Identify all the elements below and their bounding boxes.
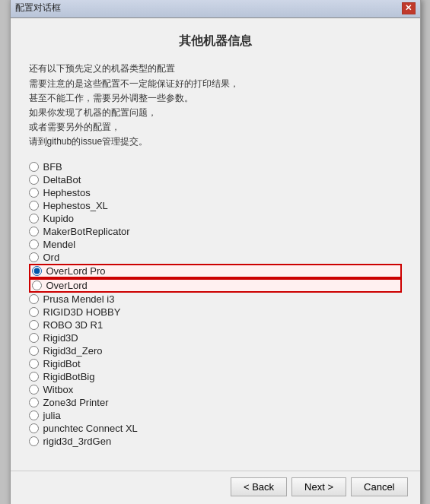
- back-button[interactable]: < Back: [231, 477, 287, 496]
- list-item[interactable]: Hephestos_XL: [29, 199, 402, 212]
- list-item[interactable]: OverLord: [29, 278, 402, 293]
- label-Hephestos[interactable]: Hephestos: [43, 187, 91, 198]
- label-DeltaBot[interactable]: DeltaBot: [43, 174, 81, 185]
- label-BFB[interactable]: BFB: [43, 161, 62, 173]
- label-RigidBot[interactable]: RigidBot: [43, 358, 81, 369]
- machine-list: BFBDeltaBotHephestosHephestos_XLKupidoMa…: [29, 160, 402, 448]
- list-item[interactable]: MakerBotReplicator: [29, 225, 402, 238]
- list-item[interactable]: julia: [29, 409, 402, 422]
- label-julia[interactable]: julia: [43, 410, 61, 421]
- list-item[interactable]: Rigid3D: [29, 331, 402, 344]
- radio-Hephestos[interactable]: [29, 188, 39, 198]
- label-Rigid3D[interactable]: Rigid3D: [43, 332, 78, 344]
- radio-Kupido[interactable]: [29, 214, 39, 223]
- label-Kupido[interactable]: Kupido: [43, 213, 74, 224]
- radio-RigidBotBig[interactable]: [29, 372, 39, 382]
- list-item[interactable]: Prusa Mendel i3: [29, 293, 402, 306]
- radio-DeltaBot[interactable]: [29, 175, 39, 185]
- list-item[interactable]: BFB: [29, 160, 402, 173]
- list-item[interactable]: RigidBotBig: [29, 370, 402, 383]
- label-Witbox[interactable]: Witbox: [43, 384, 74, 395]
- radio-Rigid3D[interactable]: [29, 333, 39, 343]
- list-item[interactable]: Hephestos: [29, 186, 402, 199]
- radio-ROBO3DR1[interactable]: [29, 320, 39, 330]
- list-item[interactable]: Ord: [29, 251, 402, 264]
- label-Mendel[interactable]: Mendel: [43, 239, 76, 250]
- radio-rigid3d_3rdGen[interactable]: [29, 436, 39, 446]
- radio-OverLordPro[interactable]: [32, 266, 42, 276]
- list-item[interactable]: punchtec Connect XL: [29, 422, 402, 435]
- radio-Zone3dPrinter[interactable]: [29, 398, 39, 407]
- list-item[interactable]: Rigid3d_Zero: [29, 344, 402, 357]
- list-item[interactable]: RIGID3D HOBBY: [29, 306, 402, 319]
- radio-Ord[interactable]: [29, 252, 39, 262]
- radio-RIGID3DHOBBY[interactable]: [29, 307, 39, 317]
- label-Ord[interactable]: Ord: [43, 252, 60, 263]
- list-item[interactable]: Kupido: [29, 212, 402, 225]
- window-title: 配置对话框: [15, 2, 61, 14]
- description-text: 还有以下预先定义的机器类型的配置 需要注意的是这些配置不一定能保证好的打印结果，…: [29, 62, 402, 149]
- label-rigid3d_3rdGen[interactable]: rigid3d_3rdGen: [43, 436, 112, 447]
- radio-OverLord[interactable]: [32, 281, 42, 290]
- label-OverLordPro[interactable]: OverLord Pro: [46, 265, 106, 277]
- label-RIGID3DHOBBY[interactable]: RIGID3D HOBBY: [43, 306, 121, 318]
- label-ROBO3DR1[interactable]: ROBO 3D R1: [43, 319, 104, 331]
- radio-BFB[interactable]: [29, 162, 39, 172]
- list-item[interactable]: RigidBot: [29, 357, 402, 370]
- content-area: 其他机器信息 还有以下预先定义的机器类型的配置 需要注意的是这些配置不一定能保证…: [11, 18, 420, 467]
- cancel-button[interactable]: Cancel: [351, 477, 407, 496]
- label-punchtecConnectXL[interactable]: punchtec Connect XL: [43, 423, 138, 434]
- list-item[interactable]: ROBO 3D R1: [29, 319, 402, 331]
- list-item[interactable]: OverLord Pro: [29, 264, 402, 278]
- list-item[interactable]: Witbox: [29, 383, 402, 396]
- titlebar: 配置对话框 ✕: [11, 0, 420, 18]
- label-OverLord[interactable]: OverLord: [46, 280, 88, 291]
- label-Hephestos_XL[interactable]: Hephestos_XL: [43, 200, 108, 211]
- page-title: 其他机器信息: [29, 33, 402, 49]
- radio-MakerBotReplicator[interactable]: [29, 227, 39, 236]
- radio-julia[interactable]: [29, 410, 39, 420]
- radio-PrusaMendeli3[interactable]: [29, 294, 39, 304]
- radio-Hephestos_XL[interactable]: [29, 201, 39, 211]
- label-MakerBotReplicator[interactable]: MakerBotReplicator: [43, 226, 130, 237]
- radio-RigidBot[interactable]: [29, 359, 39, 369]
- radio-Mendel[interactable]: [29, 239, 39, 249]
- radio-Rigid3d_Zero[interactable]: [29, 346, 39, 356]
- list-item[interactable]: Mendel: [29, 238, 402, 251]
- close-button[interactable]: ✕: [402, 2, 416, 14]
- label-RigidBotBig[interactable]: RigidBotBig: [43, 371, 95, 382]
- list-item[interactable]: rigid3d_3rdGen: [29, 435, 402, 448]
- label-Rigid3d_Zero[interactable]: Rigid3d_Zero: [43, 345, 103, 357]
- radio-punchtecConnectXL[interactable]: [29, 423, 39, 433]
- next-button[interactable]: Next >: [291, 477, 346, 496]
- main-window: 配置对话框 ✕ 其他机器信息 还有以下预先定义的机器类型的配置 需要注意的是这些…: [10, 0, 421, 504]
- list-item[interactable]: Zone3d Printer: [29, 396, 402, 409]
- footer: < Back Next > Cancel: [11, 471, 420, 504]
- radio-Witbox[interactable]: [29, 385, 39, 395]
- list-item[interactable]: DeltaBot: [29, 173, 402, 186]
- label-PrusaMendeli3[interactable]: Prusa Mendel i3: [43, 293, 115, 305]
- label-Zone3dPrinter[interactable]: Zone3d Printer: [43, 397, 109, 408]
